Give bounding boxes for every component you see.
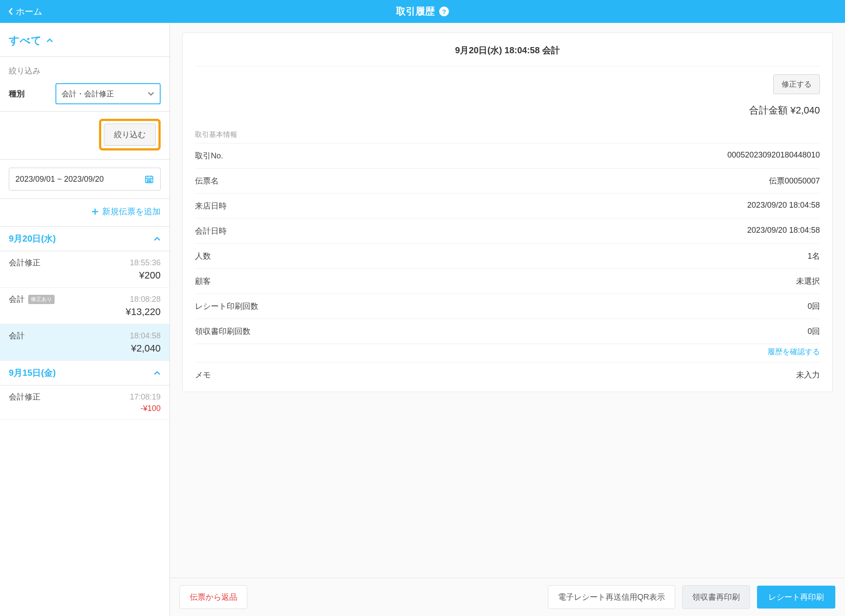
visit-label: 来店日時 [195,201,227,211]
detail-title: 9月20日(水) 18:04:58 会計 [195,44,820,56]
svg-point-9 [151,181,151,182]
visit-value: 2023/09/20 18:04:58 [747,201,820,211]
main-panel: 9月20日(水) 18:04:58 会計 修正する 合計金額 ¥2,040 取引… [170,23,845,616]
type-label: 種別 [9,88,48,99]
day-header-1[interactable]: 9月20日(水) [0,227,169,251]
ryoshu-reprint-button[interactable]: 領収書再印刷 [682,585,750,609]
add-slip-button[interactable]: 新規伝票を追加 [0,199,169,226]
footer-bar: 伝票から返品 電子レシート再送信用QR表示 領収書再印刷 レシート再印刷 [170,578,845,616]
trans-no-value: 000520230920180448010 [727,150,820,161]
filter-all-label: すべて [9,33,42,48]
app-header: ホーム 取引履歴 ? [0,0,845,23]
page-title-wrap: 取引履歴 ? [396,5,449,18]
highlight-ring: 絞り込む [99,119,161,150]
modified-badge: 修正あり [28,295,55,304]
transaction-time: 18:04:58 [130,331,161,341]
transaction-amount: ¥200 [9,270,161,281]
date-range-value: 2023/09/01 ~ 2023/09/20 [15,175,104,184]
svg-point-6 [151,180,151,180]
date-section: 2023/09/01 ~ 2023/09/20 [0,160,169,198]
back-label: ホーム [16,6,42,18]
edit-button[interactable]: 修正する [773,74,820,94]
chevron-up-icon [154,237,161,241]
svg-point-5 [149,180,150,180]
ryoshu-count-label: 領収書印刷回数 [195,326,250,337]
transaction-time: 18:55:36 [130,258,161,268]
type-select-value: 会計・会計修正 [62,89,114,99]
slip-label: 伝票名 [195,176,219,186]
svg-point-7 [147,181,148,182]
chevron-left-icon [8,7,13,15]
filter-section-label: 絞り込み [9,66,161,76]
back-button[interactable]: ホーム [8,6,42,18]
transaction-item[interactable]: 会計修正 18:55:36 ¥200 [0,251,169,288]
people-value: 1名 [808,251,820,261]
memo-label: メモ [195,370,211,380]
plus-icon [92,208,99,215]
transaction-type: 会計修正 [9,392,40,402]
svg-point-8 [149,181,150,182]
sidebar: すべて 絞り込み 種別 会計・会計修正 絞り込む 2023/09/01 ~ 20… [0,23,170,616]
people-label: 人数 [195,251,211,261]
transaction-amount: ¥13,220 [9,306,161,318]
transaction-amount: ¥2,040 [9,343,161,354]
memo-value: 未入力 [796,370,820,380]
qr-resend-button[interactable]: 電子レシート再送信用QR表示 [548,585,675,609]
trans-no-label: 取引No. [195,150,223,161]
transaction-item-selected[interactable]: 会計 18:04:58 ¥2,040 [0,324,169,361]
customer-value: 未選択 [796,276,820,286]
transaction-type: 会計 [9,330,25,341]
type-select[interactable]: 会計・会計修正 [55,83,161,104]
history-link[interactable]: 履歴を確認する [195,344,820,362]
total-amount: 合計金額 ¥2,040 [195,99,820,127]
customer-label: 顧客 [195,276,211,286]
transaction-time: 17:08:19 [130,392,161,402]
acc-label: 会計日時 [195,226,227,236]
page-title: 取引履歴 [396,5,435,18]
filter-section: 絞り込み 種別 会計・会計修正 [0,57,169,111]
transaction-time: 18:08:28 [130,295,161,304]
day-label: 9月20日(水) [9,233,56,245]
transaction-type: 会計修正 [9,257,40,268]
apply-filter-button[interactable]: 絞り込む [104,124,156,146]
filter-actions: 絞り込む [0,111,169,159]
chevron-up-icon [154,371,161,375]
detail-card: 9月20日(水) 18:04:58 会計 修正する 合計金額 ¥2,040 取引… [182,33,833,392]
acc-value: 2023/09/20 18:04:58 [747,226,820,236]
return-from-slip-button[interactable]: 伝票から返品 [180,585,247,609]
svg-point-4 [147,180,148,180]
receipt-reprint-button[interactable]: レシート再印刷 [757,586,835,609]
section-basic-label: 取引基本情報 [195,127,820,143]
calendar-icon [144,174,154,184]
add-slip-label: 新規伝票を追加 [102,206,161,217]
filter-toggle-all[interactable]: すべて [0,23,169,56]
help-icon[interactable]: ? [439,7,449,16]
transaction-amount: -¥100 [9,404,161,413]
chevron-up-icon [46,38,53,43]
ryoshu-count-value: 0回 [808,326,820,337]
chevron-down-icon [147,92,154,96]
day-label: 9月15日(金) [9,367,56,379]
transaction-item[interactable]: 会計修正 17:08:19 -¥100 [0,385,169,420]
date-range-input[interactable]: 2023/09/01 ~ 2023/09/20 [9,168,161,191]
slip-value: 伝票00050007 [769,176,820,186]
transaction-item[interactable]: 会計 修正あり 18:08:28 ¥13,220 [0,288,169,324]
transaction-type: 会計 [9,294,25,304]
day-header-2[interactable]: 9月15日(金) [0,361,169,385]
receipt-count-label: レシート印刷回数 [195,301,258,312]
receipt-count-value: 0回 [808,301,820,312]
